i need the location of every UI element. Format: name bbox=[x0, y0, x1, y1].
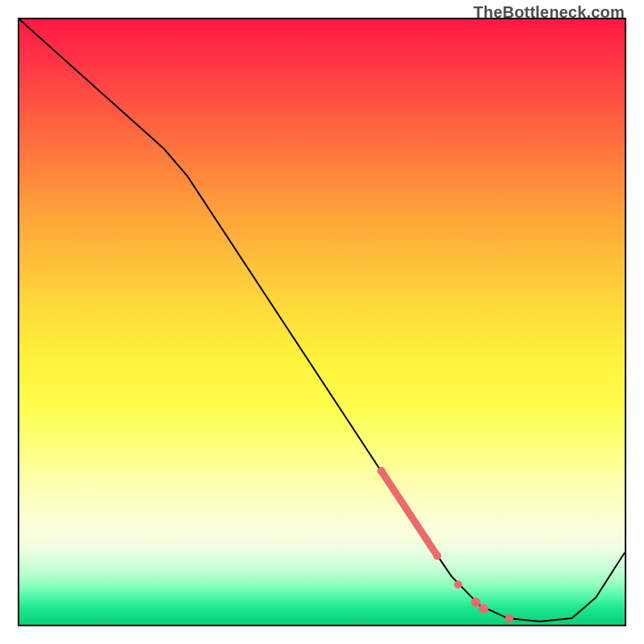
highlight-dot bbox=[454, 580, 462, 588]
highlight-markers bbox=[378, 467, 514, 622]
highlight-dot bbox=[433, 551, 441, 559]
highlight-dot bbox=[471, 597, 481, 607]
bottleneck-curve-path bbox=[19, 19, 625, 621]
highlight-segment bbox=[382, 471, 438, 555]
curve-layer bbox=[19, 19, 625, 625]
highlight-dot bbox=[506, 614, 514, 622]
highlight-dot bbox=[378, 467, 386, 475]
chart-container: TheBottleneck.com bbox=[0, 0, 644, 644]
bottleneck-curve bbox=[19, 19, 625, 621]
highlight-dot bbox=[479, 604, 489, 613]
plot-area bbox=[18, 18, 626, 626]
